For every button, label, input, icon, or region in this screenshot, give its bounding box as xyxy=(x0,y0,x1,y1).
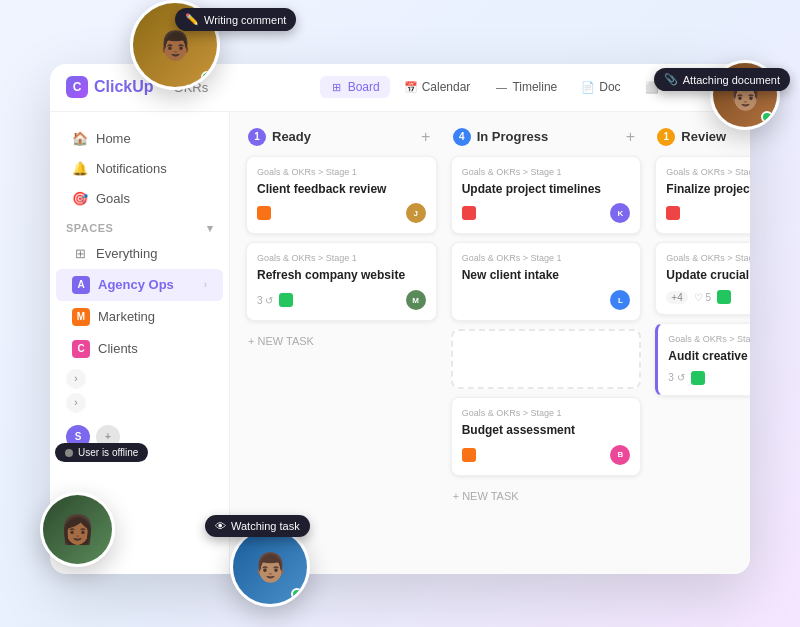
attaching-document-text: Attaching document xyxy=(683,74,780,86)
card-title: Finalize project scope xyxy=(666,181,750,198)
card-update-timelines[interactable]: Goals & OKRs > Stage 1 Update project ti… xyxy=(451,156,642,235)
column-review-header: 1 Review + xyxy=(655,128,750,146)
card-footer: 3 ↺ xyxy=(668,371,750,385)
plus-count: +4 xyxy=(666,291,687,304)
tab-timeline[interactable]: — Timeline xyxy=(484,76,567,98)
card-avatar: M xyxy=(406,290,426,310)
tab-calendar[interactable]: 📅 Calendar xyxy=(394,76,481,98)
clients-dot: C xyxy=(72,340,90,358)
card-title: Audit creative performance xyxy=(668,348,750,365)
review-badge: 1 xyxy=(657,128,675,146)
home-icon: 🏠 xyxy=(72,131,88,147)
tab-board[interactable]: ⊞ Board xyxy=(320,76,390,98)
logo-text: ClickUp xyxy=(94,78,154,96)
card-footer: +4 ♡ 5 xyxy=(666,290,750,304)
card-new-client-intake[interactable]: Goals & OKRs > Stage 1 New client intake… xyxy=(451,242,642,321)
expand-btn-1[interactable]: › xyxy=(66,369,86,389)
goals-icon: 🎯 xyxy=(72,191,88,207)
sidebar-item-clients[interactable]: C Clients xyxy=(56,333,223,365)
card-finalize-scope[interactable]: Goals & OKRs > Stage 1 Finalize project … xyxy=(655,156,750,235)
ready-add-button[interactable]: + xyxy=(417,128,435,146)
person-photo-4: 👩🏾 xyxy=(43,495,112,564)
priority-flag-red xyxy=(462,206,476,220)
card-avatar: K xyxy=(610,203,630,223)
app-window: C ClickUp OKRs ⊞ Board 📅 Calendar — Time… xyxy=(50,64,750,574)
writing-comment-badge: ✏️ Writing comment xyxy=(175,8,296,31)
card-path: Goals & OKRs > Stage 1 xyxy=(462,408,631,418)
chevron-right-icon: › xyxy=(204,279,207,290)
card-empty-placeholder xyxy=(451,329,642,389)
card-client-feedback[interactable]: Goals & OKRs > Stage 1 Client feedback r… xyxy=(246,156,437,235)
attaching-document-badge: 📎 Attaching document xyxy=(654,68,790,91)
card-title: New client intake xyxy=(462,267,631,284)
card-audit-performance[interactable]: Goals & OKRs > Stage 1 Audit creative pe… xyxy=(655,323,750,396)
card-title: Update project timelines xyxy=(462,181,631,198)
sidebar-item-notifications[interactable]: 🔔 Notifications xyxy=(56,154,223,184)
card-update-objectives[interactable]: Goals & OKRs > Stage 1 Update crucial ke… xyxy=(655,242,750,315)
card-title: Refresh company website xyxy=(257,267,426,284)
card-path: Goals & OKRs > Stage 1 xyxy=(666,167,750,177)
bell-icon: 🔔 xyxy=(72,161,88,177)
card-refresh-website[interactable]: Goals & OKRs > Stage 1 Refresh company w… xyxy=(246,242,437,321)
sidebar-item-home[interactable]: 🏠 Home xyxy=(56,124,223,154)
sidebar-item-goals[interactable]: 🎯 Goals xyxy=(56,184,223,214)
card-footer: F xyxy=(666,203,750,223)
ready-new-task[interactable]: + NEW TASK xyxy=(246,329,437,353)
user-offline-badge: User is offline xyxy=(55,443,148,462)
inprogress-new-task[interactable]: + NEW TASK xyxy=(451,484,642,508)
card-footer: J xyxy=(257,203,426,223)
ready-badge: 1 xyxy=(248,128,266,146)
card-title: Budget assessment xyxy=(462,422,631,439)
card-avatar: L xyxy=(610,290,630,310)
priority-flag-red xyxy=(666,206,680,220)
calendar-icon: 📅 xyxy=(404,80,418,94)
expand-btn-2[interactable]: › xyxy=(66,393,86,413)
ready-title: Ready xyxy=(272,129,311,144)
online-indicator-1 xyxy=(201,71,213,83)
priority-flag-orange xyxy=(257,206,271,220)
card-title: Client feedback review xyxy=(257,181,426,198)
heart-count: ♡ 5 xyxy=(694,292,711,303)
app-logo[interactable]: C ClickUp xyxy=(66,76,154,98)
inprogress-title: In Progress xyxy=(477,129,549,144)
expand-buttons: › › xyxy=(50,365,229,417)
column-in-progress: 4 In Progress + Goals & OKRs > Stage 1 U… xyxy=(451,128,642,508)
card-path: Goals & OKRs > Stage 1 xyxy=(257,167,426,177)
everything-icon: ⊞ xyxy=(72,246,88,262)
chevron-down-icon: ▾ xyxy=(207,222,214,235)
board-area: 1 Ready + Goals & OKRs > Stage 1 Client … xyxy=(230,112,750,574)
priority-flag-green xyxy=(279,293,293,307)
offline-text: User is offline xyxy=(78,447,138,458)
card-path: Goals & OKRs > Stage 1 xyxy=(668,334,750,344)
sidebar-item-everything[interactable]: ⊞ Everything xyxy=(56,239,223,269)
card-title: Update crucial key objectives xyxy=(666,267,750,284)
priority-flag-green xyxy=(717,290,731,304)
tab-doc[interactable]: 📄 Doc xyxy=(571,76,630,98)
logo-icon: C xyxy=(66,76,88,98)
doc-icon: 📄 xyxy=(581,80,595,94)
card-footer: K xyxy=(462,203,631,223)
pencil-icon: ✏️ xyxy=(185,13,199,26)
card-footer: L xyxy=(462,290,631,310)
watching-task-text: Watching task xyxy=(231,520,300,532)
paperclip-icon: 📎 xyxy=(664,73,678,86)
inprogress-add-button[interactable]: + xyxy=(621,128,639,146)
offline-icon xyxy=(65,449,73,457)
sidebar-item-marketing[interactable]: M Marketing xyxy=(56,301,223,333)
column-ready: 1 Ready + Goals & OKRs > Stage 1 Client … xyxy=(246,128,437,508)
column-ready-header: 1 Ready + xyxy=(246,128,437,146)
online-indicator-3 xyxy=(761,111,773,123)
float-avatar-2: 👨🏽 xyxy=(230,527,310,607)
card-path: Goals & OKRs > Stage 1 xyxy=(462,167,631,177)
marketing-dot: M xyxy=(72,308,90,326)
timeline-icon: — xyxy=(494,80,508,94)
card-path: Goals & OKRs > Stage 1 xyxy=(462,253,631,263)
board-columns: 1 Ready + Goals & OKRs > Stage 1 Client … xyxy=(246,128,750,508)
card-path: Goals & OKRs > Stage 1 xyxy=(666,253,750,263)
online-indicator-2 xyxy=(291,588,303,600)
card-budget-assessment[interactable]: Goals & OKRs > Stage 1 Budget assessment… xyxy=(451,397,642,476)
agency-ops-dot: A xyxy=(72,276,90,294)
sidebar-item-agency-ops[interactable]: A Agency Ops › xyxy=(56,269,223,301)
column-inprogress-header: 4 In Progress + xyxy=(451,128,642,146)
spaces-header: Spaces ▾ xyxy=(50,214,229,239)
